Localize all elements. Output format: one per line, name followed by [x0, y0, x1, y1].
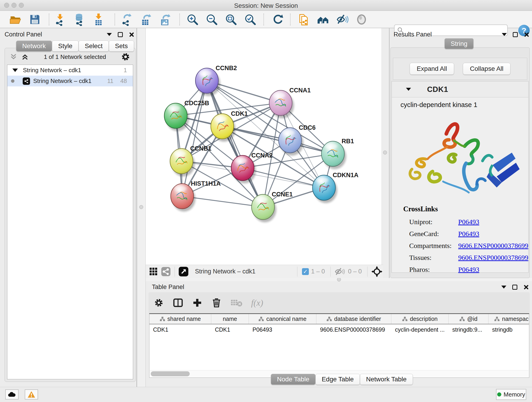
network-view-canvas[interactable]: CCNB2CCNA1CDC25BCDK1CDC6RB1CCNB1CCNA2CDK… — [146, 28, 381, 265]
table-panel-close-icon[interactable] — [523, 284, 529, 290]
memory-label: Memory — [504, 391, 525, 398]
network-graph[interactable]: CCNB2CCNA1CDC25BCDK1CDC6RB1CCNB1CCNA2CDK… — [146, 28, 381, 265]
open-session-icon[interactable] — [9, 13, 22, 26]
network-node-CDC25B[interactable]: CDC25B — [164, 100, 209, 131]
crosslink-link[interactable]: P06493 — [458, 266, 479, 274]
network-node-CCNE1[interactable]: CCNE1 — [252, 191, 293, 222]
export-network-icon[interactable] — [120, 13, 133, 26]
home-icon[interactable] — [317, 13, 329, 26]
results-panel-maximize-icon[interactable] — [513, 32, 518, 37]
expand-all-button[interactable]: Expand All — [410, 63, 454, 75]
results-panel-float-icon[interactable] — [502, 33, 507, 36]
network-node-CDKN1A[interactable]: CDKN1A — [312, 172, 359, 203]
import-network-from-database-icon[interactable] — [73, 13, 86, 26]
gene-section-header[interactable]: CDK1 — [392, 81, 528, 97]
cloud-status-button[interactable] — [5, 389, 19, 400]
birds-eye-view-icon[interactable] — [148, 266, 159, 277]
warning-status-button[interactable] — [25, 389, 38, 400]
control-panel-splitter[interactable] — [137, 28, 146, 387]
network-collection-row[interactable]: String Network – cdk1 1 — [7, 65, 133, 76]
function-builder-icon[interactable]: f(x) — [251, 298, 263, 308]
refresh-icon[interactable] — [272, 13, 285, 26]
network-node-RB1[interactable]: RB1 — [322, 138, 354, 169]
control-panel-close-icon[interactable] — [129, 32, 134, 37]
table-options-gear-icon[interactable] — [153, 298, 164, 308]
show-columns-icon[interactable] — [173, 298, 183, 308]
pan-crosshair-icon[interactable] — [371, 266, 383, 277]
crosslink-row: Pharos: P06493 — [403, 264, 528, 275]
column-header[interactable]: description — [391, 314, 449, 324]
results-panel-splitter[interactable] — [381, 28, 389, 278]
column-header[interactable]: database identifier — [317, 314, 391, 324]
string-import-icon[interactable] — [298, 13, 310, 26]
table-panel-maximize-icon[interactable] — [512, 285, 517, 290]
network-node-CCNB2[interactable]: CCNB2 — [196, 65, 237, 96]
save-session-icon[interactable] — [28, 13, 41, 26]
crosslink-link[interactable]: 9606.ENSP00000378699 — [458, 254, 528, 262]
column-header[interactable]: @id — [449, 314, 488, 324]
table-panel-splitter[interactable] — [146, 278, 532, 281]
network-node-HIST1H1A[interactable]: HIST1H1A — [171, 180, 221, 211]
delete-column-trash-icon[interactable] — [211, 298, 222, 308]
network-node-CDC6[interactable]: CDC6 — [279, 124, 316, 156]
column-header[interactable]: namespac — [488, 314, 529, 324]
gene-collapse-caret[interactable] — [406, 88, 411, 91]
network-node-CCNA1[interactable]: CCNA1 — [269, 87, 311, 118]
tab-string[interactable]: String — [444, 38, 474, 49]
export-view-icon[interactable] — [178, 266, 189, 277]
import-network-icon[interactable] — [54, 13, 66, 26]
gene-details-box: CDK1 cyclin-dependent kinase 1 — [392, 81, 529, 273]
tab-network-table[interactable]: Network Table — [360, 374, 413, 385]
results-panel-close-icon[interactable] — [524, 32, 529, 37]
column-header[interactable]: shared name — [149, 314, 211, 324]
zoom-in-icon[interactable] — [186, 13, 199, 26]
delete-table-icon[interactable] — [230, 298, 242, 308]
column-header[interactable]: name — [211, 314, 249, 324]
crosslink-link[interactable]: P06493 — [458, 230, 479, 238]
scrollbar-thumb[interactable] — [151, 371, 190, 376]
preview-icon[interactable] — [355, 13, 368, 26]
network-node-CCNB1[interactable]: CCNB1 — [170, 145, 211, 177]
node-label: CCNE1 — [272, 191, 293, 198]
import-table-icon[interactable] — [92, 13, 105, 26]
column-type-icon — [259, 317, 264, 322]
network-row[interactable]: String Network – cdk1 11 48 — [7, 76, 133, 86]
selected-indicator-checkbox[interactable]: ✓ — [302, 268, 309, 275]
crosslink-link[interactable]: 9606.ENSP00000378699 — [458, 242, 528, 249]
export-image-icon[interactable] — [158, 13, 171, 26]
table-row[interactable]: CDK1 CDK1 P06493 9606.ENSP00000378699 cy… — [149, 324, 529, 335]
tab-node-table[interactable]: Node Table — [271, 374, 316, 385]
gene-symbol: CDK1 — [427, 85, 448, 94]
crosslink-row: GeneCard: P06493 — [403, 228, 528, 240]
tab-network[interactable]: Network — [16, 41, 52, 51]
tab-edge-table[interactable]: Edge Table — [316, 374, 360, 385]
expand-all-networks-icon[interactable] — [21, 53, 29, 61]
collapse-all-button[interactable]: Collapse All — [463, 63, 510, 75]
column-header[interactable]: canonical name — [249, 314, 317, 324]
tab-style[interactable]: Style — [52, 41, 79, 51]
collection-expand-caret[interactable] — [12, 69, 18, 72]
tab-sets[interactable]: Sets — [109, 41, 134, 51]
tab-select[interactable]: Select — [79, 41, 109, 51]
column-type-icon — [459, 317, 465, 322]
control-panel-float-icon[interactable] — [107, 33, 112, 36]
hidden-items-icon[interactable] — [334, 266, 346, 277]
node-table[interactable]: shared name name canonical name database… — [149, 313, 529, 378]
export-table-icon[interactable] — [139, 13, 152, 26]
network-options-gear-icon[interactable] — [121, 52, 130, 62]
main-toolbar: ? — [0, 11, 532, 28]
table-panel-float-icon[interactable] — [501, 286, 506, 288]
control-panel-maximize-icon[interactable] — [118, 32, 123, 37]
zoom-fit-icon[interactable] — [225, 13, 237, 26]
hide-unhide-icon[interactable] — [336, 13, 349, 26]
collapse-all-networks-icon[interactable] — [9, 53, 18, 61]
memory-button[interactable]: Memory — [496, 389, 526, 400]
network-selection-status: 1 of 1 Network selected — [29, 53, 121, 61]
create-column-plus-icon[interactable] — [192, 298, 203, 308]
network-node-CCNA2[interactable]: CCNA2 — [231, 152, 273, 183]
zoom-out-icon[interactable] — [205, 13, 218, 26]
share-network-icon[interactable] — [160, 266, 171, 277]
crosslink-link[interactable]: P06493 — [458, 218, 479, 226]
zoom-selected-icon[interactable] — [244, 13, 257, 26]
node-label: CCNB1 — [190, 145, 211, 152]
